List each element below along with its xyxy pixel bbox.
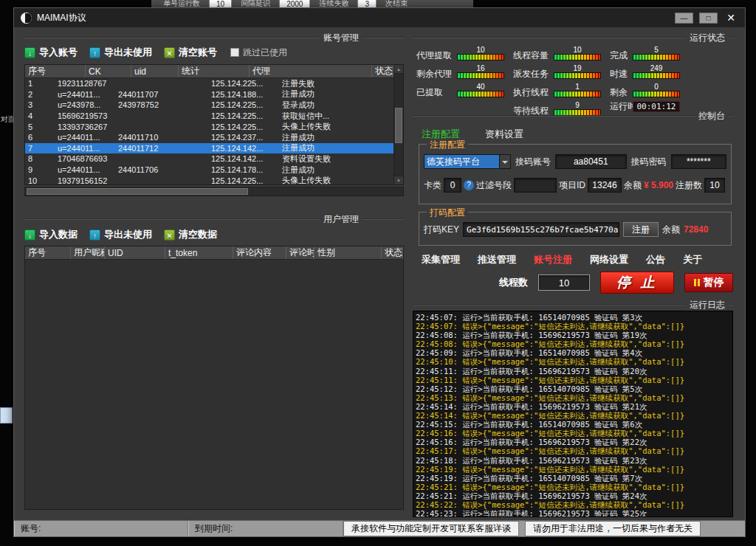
- column-header[interactable]: 状态: [382, 246, 403, 259]
- close-icon[interactable]: ✕: [724, 13, 738, 24]
- scrollbar-thumb[interactable]: [395, 108, 402, 143]
- account-row[interactable]: 10 19379156152 125.124.225... 头像上传失败: [25, 175, 394, 184]
- status-bar: 账号: 到期时间: 承接软件与功能定制开发可联系客服详谈 请勿用于非法用途，一切…: [14, 520, 745, 536]
- background-fragment-text: 连续失败: [319, 0, 348, 7]
- log-line: 22:45:11: 错误>{"message":"短信还未到达,请继续获取","…: [416, 376, 730, 384]
- cell-index: 5: [25, 122, 55, 131]
- console-section-label: 控制台: [695, 110, 729, 122]
- cell-uid: 244011710: [115, 133, 161, 142]
- gauge: 剩余代理 16: [416, 62, 504, 79]
- card-type-field[interactable]: 0: [444, 178, 461, 193]
- column-header[interactable]: uid: [131, 65, 179, 77]
- cell-proxy: 125.124.142...: [208, 144, 279, 153]
- sms-balance-label: 余额: [624, 179, 642, 192]
- account-row[interactable]: 6 u=244011... 244011710 125.124.237... 注…: [25, 132, 394, 143]
- gauge: 代理提取 10: [416, 44, 504, 61]
- window-controls: — □ ✕: [675, 13, 738, 24]
- column-header[interactable]: UID: [105, 246, 165, 259]
- maximize-icon[interactable]: □: [699, 13, 718, 24]
- captcha-key-field[interactable]: Ge3f6d1569b155c276b7fcae5b4770a: [463, 222, 619, 237]
- horizontal-scrollbar[interactable]: [24, 187, 404, 196]
- column-header[interactable]: 评论内容: [233, 246, 286, 259]
- skip-used-checkbox[interactable]: 跳过已使用: [230, 46, 287, 59]
- column-header[interactable]: 状态: [372, 65, 394, 77]
- scrollbar-thumb[interactable]: [27, 188, 248, 195]
- sms-account-label: 接码账号: [515, 156, 551, 168]
- log-line: 22:45:11: 运行>当前获取手机: 15696219573 验证码 第20…: [416, 367, 730, 376]
- gauge-label: 时速: [610, 69, 629, 79]
- pause-button[interactable]: 暂停: [684, 273, 733, 292]
- export-unused-accounts-button[interactable]: ↑ 导出未使用: [89, 46, 152, 59]
- log-line: 22:45:21: 错误>{"message":"短信还未到达,请继续获取","…: [416, 483, 730, 491]
- title-bar[interactable]: MAIMAI协议 — □ ✕: [14, 8, 745, 27]
- column-header[interactable]: 性别: [315, 246, 382, 259]
- cell-index: 9: [25, 165, 55, 174]
- module-tab[interactable]: 公告: [646, 253, 665, 266]
- gauge-value: 5: [654, 46, 659, 54]
- module-tab[interactable]: 账号注册: [534, 253, 572, 266]
- cell-status: 注册成功: [279, 89, 394, 100]
- column-header[interactable]: 用户昵称: [71, 246, 105, 259]
- thread-count-field[interactable]: 10: [538, 274, 590, 291]
- import-accounts-button[interactable]: ↓ 导入账号: [24, 46, 78, 59]
- thread-count-label: 线程数: [499, 276, 528, 289]
- account-row[interactable]: 9 u=244011... 244011706 125.124.178... 注…: [25, 165, 394, 176]
- clear-data-button[interactable]: ✕ 清空数据: [164, 228, 217, 241]
- column-header[interactable]: 序号: [25, 65, 86, 77]
- cell-proxy: 125.124.225...: [208, 122, 279, 131]
- account-row[interactable]: 4 15696219573 125.124.225... 获取短信中...: [25, 111, 394, 122]
- register-count-field[interactable]: 10: [704, 178, 725, 193]
- captcha-register-button[interactable]: 注册: [623, 222, 659, 237]
- minimize-icon[interactable]: —: [675, 13, 693, 24]
- run-log[interactable]: 22:45:07: 运行>当前获取手机: 16514070985 验证码 第3次…: [413, 311, 733, 517]
- sms-platform-select[interactable]: 德芙接码平台: [424, 154, 511, 169]
- module-tab[interactable]: 关于: [683, 253, 702, 266]
- cell-ck: 13393736267: [55, 122, 115, 131]
- register-count-label: 注册数: [676, 179, 702, 192]
- column-header[interactable]: CK: [86, 65, 131, 77]
- export-unused-data-button[interactable]: ↑ 导出未使用: [89, 228, 152, 241]
- filter-prefix-field[interactable]: [514, 178, 557, 193]
- cell-ck: 17046876693: [55, 154, 115, 163]
- stop-button[interactable]: 停 止: [600, 272, 674, 294]
- account-row[interactable]: 2 u=244011... 244011707 125.124.188... 注…: [25, 89, 394, 100]
- scroll-down-icon[interactable]: ▼: [394, 176, 403, 184]
- account-row[interactable]: 8 17046876693 125.124.142... 资料设置失败: [25, 153, 394, 165]
- column-header[interactable]: t_token: [165, 246, 233, 259]
- users-table: 序号用户昵称UIDt_token评论内容评论时间性别状态: [24, 246, 404, 510]
- import-data-button[interactable]: ↓ 导入数据: [24, 228, 78, 241]
- user-section-label: 用户管理: [320, 213, 362, 226]
- account-row[interactable]: 5 13393736267 125.124.225... 头像上传失败: [25, 121, 394, 132]
- chevron-down-icon[interactable]: [499, 155, 510, 168]
- config-tab[interactable]: 资料设置: [485, 128, 523, 141]
- log-line: 22:45:08: 错误>{"message":"短信还未到达,请继续获取","…: [416, 339, 730, 348]
- cell-ck: u=243978...: [55, 100, 115, 109]
- skip-used-label: 跳过已使用: [243, 46, 287, 59]
- gauge: 剩余 0: [610, 80, 680, 97]
- captcha-key-label: 打码KEY: [424, 224, 459, 236]
- gauge-label: 执行线程: [513, 87, 550, 97]
- module-tab[interactable]: 推送管理: [478, 253, 516, 266]
- project-id-field[interactable]: 13246: [588, 178, 622, 193]
- help-icon[interactable]: ?: [464, 180, 474, 190]
- column-header[interactable]: 序号: [25, 246, 71, 259]
- account-row[interactable]: 1 19231128767 125.124.225... 注册失败: [25, 78, 394, 89]
- column-header[interactable]: 统计: [179, 65, 250, 77]
- module-tabs: 采集管理推送管理账号注册网络设置公告关于: [422, 253, 702, 266]
- clear-accounts-button[interactable]: ✕ 清空账号: [164, 46, 217, 59]
- sms-password-field[interactable]: *******: [671, 154, 727, 169]
- cell-ck: u=244011...: [55, 144, 115, 153]
- column-header[interactable]: 代理: [250, 65, 372, 77]
- log-line: 22:45:08: 运行>当前获取手机: 15696219573 验证码 第19…: [416, 331, 730, 339]
- background-toolbar: 单号运行数10间隔延识2000连续失败3次结束: [151, 0, 473, 7]
- cell-status: 资料设置失败: [279, 153, 394, 165]
- log-line: 22:45:07: 错误>{"message":"短信还未到达,请继续获取","…: [416, 322, 730, 331]
- account-row[interactable]: 7 u=244011... 244011712 125.124.142... 注…: [25, 143, 394, 154]
- account-row[interactable]: 3 u=243978... 243978752 125.124.225... 登…: [25, 100, 394, 111]
- sms-account-field[interactable]: aa80451: [555, 154, 627, 169]
- scroll-up-icon[interactable]: ▲: [394, 65, 403, 74]
- vertical-scrollbar[interactable]: ▲ ▼: [394, 65, 403, 184]
- module-tab[interactable]: 网络设置: [590, 253, 628, 266]
- column-header[interactable]: 评论时间: [286, 246, 315, 259]
- module-tab[interactable]: 采集管理: [422, 253, 460, 266]
